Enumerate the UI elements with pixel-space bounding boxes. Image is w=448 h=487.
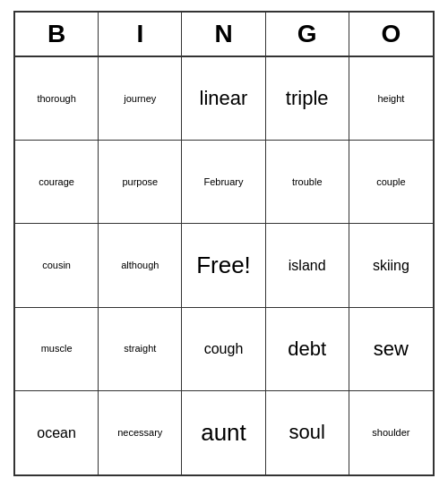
cell-text: muscle bbox=[41, 343, 73, 355]
cell-text: trouble bbox=[292, 176, 323, 188]
cell-text: journey bbox=[124, 93, 156, 105]
bingo-cell-4: height bbox=[349, 57, 433, 141]
bingo-cell-23: soul bbox=[266, 391, 349, 474]
bingo-cell-0: thorough bbox=[15, 57, 99, 141]
bingo-cell-13: island bbox=[266, 224, 349, 307]
cell-text: aunt bbox=[201, 419, 246, 447]
bingo-grid: thoroughjourneylineartripleheightcourage… bbox=[15, 57, 433, 474]
cell-text: linear bbox=[200, 87, 248, 110]
cell-text: purpose bbox=[122, 176, 158, 188]
bingo-cell-6: purpose bbox=[99, 141, 182, 224]
bingo-cell-2: linear bbox=[182, 57, 265, 141]
bingo-cell-7: February bbox=[182, 141, 265, 224]
bingo-cell-5: courage bbox=[15, 141, 99, 224]
bingo-cell-14: skiing bbox=[349, 224, 433, 307]
bingo-cell-12: Free! bbox=[182, 224, 265, 307]
bingo-cell-18: debt bbox=[266, 308, 349, 391]
bingo-cell-11: although bbox=[99, 224, 182, 307]
cell-text: debt bbox=[288, 337, 326, 361]
header-letter-n: N bbox=[182, 13, 265, 56]
cell-text: height bbox=[377, 93, 404, 105]
cell-text: skiing bbox=[373, 257, 409, 274]
cell-text: triple bbox=[286, 87, 329, 110]
header-letter-i: I bbox=[99, 13, 182, 56]
bingo-cell-1: journey bbox=[99, 57, 182, 141]
bingo-cell-22: aunt bbox=[182, 391, 265, 474]
cell-text: sew bbox=[374, 337, 409, 361]
header-letter-o: O bbox=[349, 13, 433, 56]
bingo-cell-24: shoulder bbox=[349, 391, 433, 474]
cell-text: straight bbox=[124, 343, 156, 355]
cell-text: thorough bbox=[37, 93, 75, 105]
cell-text: courage bbox=[39, 176, 74, 188]
bingo-cell-16: straight bbox=[99, 308, 182, 391]
bingo-cell-19: sew bbox=[349, 308, 433, 391]
cell-text: Free! bbox=[196, 252, 251, 279]
bingo-cell-10: cousin bbox=[15, 224, 99, 307]
cell-text: February bbox=[203, 176, 243, 188]
cell-text: ocean bbox=[37, 424, 76, 441]
bingo-cell-8: trouble bbox=[266, 141, 349, 224]
bingo-card: BINGO thoroughjourneylineartripleheightc… bbox=[13, 11, 435, 476]
cell-text: necessary bbox=[117, 427, 162, 439]
cell-text: cousin bbox=[42, 260, 71, 271]
bingo-cell-3: triple bbox=[266, 57, 349, 141]
cell-text: although bbox=[121, 260, 159, 271]
cell-text: shoulder bbox=[372, 427, 409, 439]
bingo-cell-9: couple bbox=[349, 141, 433, 224]
header-letter-g: G bbox=[266, 13, 349, 56]
cell-text: soul bbox=[289, 421, 325, 444]
header-letter-b: B bbox=[15, 13, 99, 56]
bingo-cell-15: muscle bbox=[15, 308, 99, 391]
bingo-cell-17: cough bbox=[182, 308, 265, 391]
bingo-header: BINGO bbox=[15, 13, 433, 57]
cell-text: cough bbox=[204, 340, 244, 357]
cell-text: couple bbox=[376, 176, 405, 188]
bingo-cell-20: ocean bbox=[15, 391, 99, 474]
bingo-cell-21: necessary bbox=[99, 391, 182, 474]
cell-text: island bbox=[289, 257, 326, 274]
